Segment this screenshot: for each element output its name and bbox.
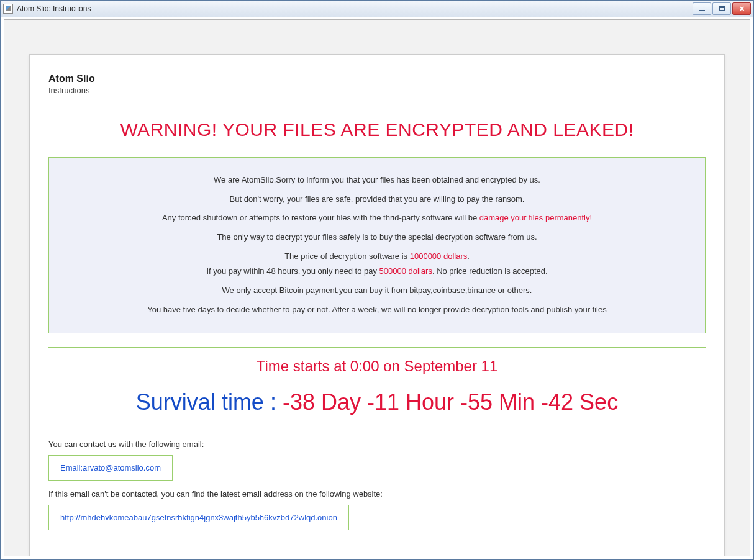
- contact-email-box[interactable]: Email:arvato@atomsilo.com: [48, 455, 173, 481]
- survival-value: -38 Day -11 Hour -55 Min -42 Sec: [283, 389, 618, 415]
- contact-intro: You can contact us with the following em…: [48, 440, 706, 449]
- info-line: We only accept Bitcoin payment,you can b…: [58, 283, 696, 299]
- divider-green: [48, 147, 706, 147]
- maximize-button[interactable]: [712, 2, 731, 15]
- info-line: Any forced shutdown or attempts to resto…: [58, 210, 696, 226]
- window-title: Atom Slio: Instructions: [17, 4, 693, 13]
- app-icon: [3, 4, 13, 14]
- survival-label: Survival time :: [136, 389, 283, 415]
- close-button[interactable]: [732, 2, 751, 15]
- page-subtitle: Instructions: [48, 86, 706, 95]
- info-line: You have five days to decide whether to …: [58, 302, 696, 318]
- divider-green: [48, 347, 706, 348]
- info-line: We are AtomSilo.Sorry to inform you that…: [58, 173, 696, 188]
- price-full: 1000000 dollars: [410, 251, 468, 261]
- info-line: The only way to decrypt your files safel…: [58, 230, 696, 245]
- divider-green: [48, 422, 706, 422]
- survival-time: Survival time : -38 Day -11 Hour -55 Min…: [48, 389, 706, 415]
- page-title: Atom Slio: [48, 73, 706, 84]
- contact-onion-box[interactable]: http://mhdehvkomeabau7gsetnsrhkfign4jgnx…: [48, 505, 349, 530]
- window-controls: [693, 2, 751, 15]
- document-page: Atom Slio Instructions WARNING! YOUR FIL…: [29, 54, 725, 556]
- scroll-viewport[interactable]: Atom Slio Instructions WARNING! YOUR FIL…: [4, 20, 750, 556]
- client-area: Atom Slio Instructions WARNING! YOUR FIL…: [4, 19, 750, 556]
- contact-section: You can contact us with the following em…: [48, 440, 706, 530]
- contact-alt-intro: If this email can't be contacted, you ca…: [48, 489, 706, 499]
- title-bar[interactable]: Atom Slio: Instructions: [1, 1, 753, 17]
- price-discount: 500000 dollars: [379, 266, 432, 276]
- info-line: But don't worry, your files are safe, pr…: [58, 192, 696, 207]
- time-start: Time starts at 0:00 on September 11: [48, 358, 706, 375]
- info-box: We are AtomSilo.Sorry to inform you that…: [48, 157, 706, 333]
- app-window: Atom Slio: Instructions Atom Slio Instru…: [0, 0, 754, 560]
- warning-headline: WARNING! YOUR FILES ARE ENCRYPTED AND LE…: [48, 119, 706, 140]
- accent-text: damage your files permanently!: [479, 213, 592, 222]
- contact-onion-url: http://mhdehvkomeabau7gsetnsrhkfign4jgnx…: [60, 513, 337, 522]
- divider: [48, 109, 706, 109]
- contact-email: Email:arvato@atomsilo.com: [60, 463, 161, 472]
- divider-green: [48, 379, 706, 379]
- info-line: The price of decryption software is 1000…: [58, 249, 696, 279]
- minimize-button[interactable]: [693, 2, 711, 15]
